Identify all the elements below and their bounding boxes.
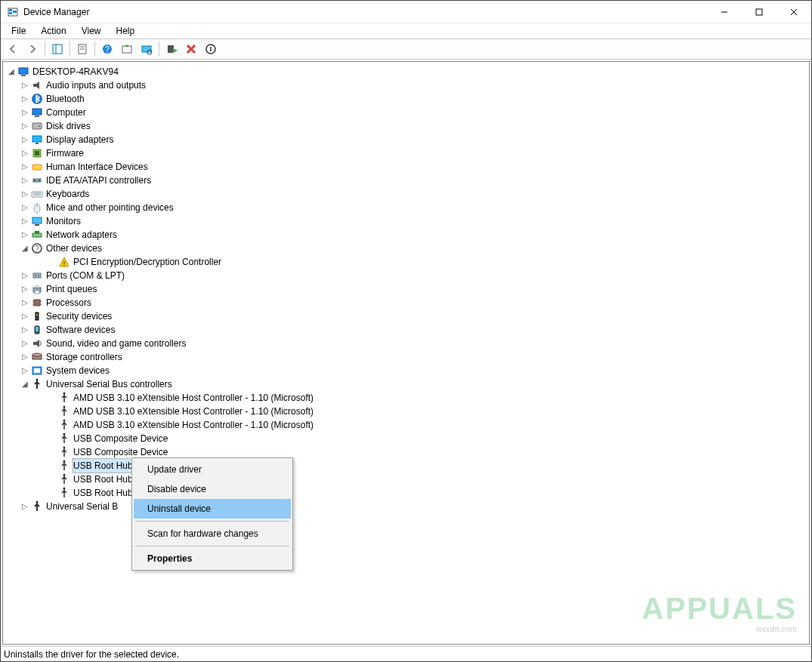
menu-file[interactable]: File: [5, 24, 32, 38]
expand-arrow-icon[interactable]: ▷: [20, 174, 30, 187]
close-button[interactable]: [776, 1, 811, 23]
expand-arrow-icon[interactable]: ▷: [20, 201, 30, 214]
mouse-icon: [30, 202, 44, 214]
tree-item-system-devices[interactable]: ▷System devices: [6, 364, 806, 377]
tree-item-amd-usb-3-10-extensible-host-controller-1-10-microsoft[interactable]: AMD USB 3.10 eXtensible Host Controller …: [6, 418, 806, 432]
tree-item-usb-composite-device[interactable]: USB Composite Device: [6, 445, 806, 459]
menu-action[interactable]: Action: [35, 24, 72, 38]
menu-view[interactable]: View: [76, 24, 107, 38]
tree-item-label: Firmware: [46, 146, 84, 160]
expand-arrow-icon[interactable]: ▷: [20, 214, 30, 228]
tree-item-mice-and-other-pointing-devices[interactable]: ▷Mice and other pointing devices: [6, 201, 806, 214]
expand-arrow-icon[interactable]: ▷: [20, 106, 30, 119]
expand-arrow-icon[interactable]: ▷: [20, 228, 30, 242]
device-tree-pane[interactable]: ◢DESKTOP-4RAKV94▷Audio inputs and output…: [2, 61, 810, 645]
scan-hardware-button[interactable]: [137, 40, 156, 58]
tree-item-label: Keyboards: [46, 187, 89, 201]
show-hide-tree-button[interactable]: [48, 40, 66, 58]
tree-item-label: Network adapters: [46, 228, 117, 242]
expand-arrow-icon[interactable]: ◢: [20, 377, 30, 391]
usbdev-icon: [57, 473, 71, 485]
expand-arrow-icon[interactable]: ▷: [20, 160, 30, 174]
tree-item-keyboards[interactable]: ▷Keyboards: [6, 187, 806, 201]
svg-text:?: ?: [105, 45, 110, 54]
svg-rect-68: [168, 45, 174, 53]
tree-item-ports-com-lpt[interactable]: ▷Ports (COM & LPT): [6, 269, 806, 282]
tree-root[interactable]: ◢DESKTOP-4RAKV94: [6, 65, 806, 79]
bluetooth-icon: [30, 93, 44, 105]
tree-item-ide-ata-atapi-controllers[interactable]: ▷IDE ATA/ATAPI controllers: [6, 174, 806, 187]
expand-arrow-icon[interactable]: ◢: [20, 242, 30, 255]
tree-item-universal-serial-bus-controllers[interactable]: ◢Universal Serial Bus controllers: [6, 377, 806, 391]
svg-rect-64: [122, 46, 131, 53]
warn-icon: [57, 256, 71, 268]
tree-item-computer[interactable]: ▷Computer: [6, 106, 806, 119]
expand-arrow-icon[interactable]: ▷: [20, 119, 30, 133]
ctx-properties[interactable]: Properties: [134, 549, 291, 568]
expand-arrow-icon[interactable]: ▷: [20, 364, 30, 377]
ctx-scan-hardware[interactable]: Scan for hardware changes: [134, 524, 291, 543]
disable-device-button[interactable]: [202, 40, 220, 58]
storage-icon: [30, 351, 44, 363]
expand-arrow-icon[interactable]: ▷: [20, 282, 30, 296]
expand-arrow-icon[interactable]: ▷: [20, 296, 30, 309]
update-driver-button[interactable]: [118, 40, 136, 58]
tree-item-other-devices[interactable]: ◢Other devices: [6, 242, 806, 255]
expand-arrow-icon[interactable]: ▷: [20, 146, 30, 160]
audio-icon: [30, 79, 44, 91]
expand-arrow-icon[interactable]: ◢: [6, 65, 17, 79]
tree-item-human-interface-devices[interactable]: ▷Human Interface Devices: [6, 160, 806, 174]
tree-item-storage-controllers[interactable]: ▷Storage controllers: [6, 350, 806, 364]
tree-item-label: Computer: [46, 106, 86, 119]
tree-item-print-queues[interactable]: ▷Print queues: [6, 282, 806, 296]
ctx-uninstall-device[interactable]: Uninstall device: [134, 499, 291, 519]
tree-item-bluetooth[interactable]: ▷Bluetooth: [6, 92, 806, 106]
tree-item-software-devices[interactable]: ▷Software devices: [6, 323, 806, 337]
forward-button[interactable]: [23, 40, 42, 58]
tree-item-amd-usb-3-10-extensible-host-controller-1-10-microsoft[interactable]: AMD USB 3.10 eXtensible Host Controller …: [6, 405, 806, 418]
expand-arrow-icon[interactable]: ▷: [20, 500, 30, 513]
expand-arrow-icon[interactable]: ▷: [20, 309, 30, 323]
help-button[interactable]: ?: [98, 40, 116, 58]
svg-rect-66: [142, 46, 151, 52]
sound-icon: [30, 337, 44, 349]
minimize-button[interactable]: [707, 1, 742, 23]
tree-item-audio-inputs-and-outputs[interactable]: ▷Audio inputs and outputs: [6, 79, 806, 92]
expand-arrow-icon[interactable]: ▷: [20, 323, 30, 337]
tree-item-usb-root-hub-usb-3-0[interactable]: USB Root Hub: [6, 459, 806, 473]
expand-arrow-icon[interactable]: ▷: [20, 337, 30, 350]
menu-help[interactable]: Help: [110, 24, 141, 38]
tree-item-universal-serial-bus-devices[interactable]: ▷Universal Serial B: [6, 500, 806, 513]
tree-item-firmware[interactable]: ▷Firmware: [6, 146, 806, 160]
expand-arrow-icon[interactable]: ▷: [20, 269, 30, 282]
tree-item-usb-root-hub-usb-3-0[interactable]: USB Root Hub: [6, 473, 806, 486]
tree-item-pci-encryption-decryption-controller[interactable]: PCI Encryption/Decryption Controller: [6, 255, 806, 269]
tree-item-display-adapters[interactable]: ▷Display adapters: [6, 133, 806, 146]
expand-arrow-icon[interactable]: ▷: [20, 350, 30, 364]
tree-item-sound-video-and-game-controllers[interactable]: ▷Sound, video and game controllers: [6, 337, 806, 350]
ctx-update-driver[interactable]: Update driver: [134, 460, 291, 479]
tree-item-network-adapters[interactable]: ▷Network adapters: [6, 228, 806, 242]
tree-item-amd-usb-3-10-extensible-host-controller-1-10-microsoft[interactable]: AMD USB 3.10 eXtensible Host Controller …: [6, 391, 806, 405]
tree-item-label: USB Composite Device: [73, 432, 168, 445]
expand-arrow-icon[interactable]: ▷: [20, 187, 30, 201]
ctx-disable-device[interactable]: Disable device: [134, 479, 291, 499]
expand-arrow-icon[interactable]: ▷: [20, 79, 30, 92]
tree-item-usb-root-hub-usb-3-0[interactable]: USB Root Hub: [6, 486, 806, 500]
statusbar: Uninstalls the driver for the selected d…: [1, 646, 811, 661]
properties-button[interactable]: [73, 40, 91, 58]
svg-rect-54: [756, 9, 762, 15]
tree-item-security-devices[interactable]: ▷Security devices: [6, 309, 806, 323]
expand-arrow-icon[interactable]: ▷: [20, 92, 30, 106]
usb-icon: [30, 500, 44, 513]
back-button[interactable]: [4, 40, 22, 58]
tree-item-label: Human Interface Devices: [46, 160, 148, 174]
tree-item-processors[interactable]: ▷Processors: [6, 296, 806, 309]
uninstall-device-button[interactable]: [182, 40, 200, 58]
enable-device-button[interactable]: [162, 40, 181, 58]
tree-item-monitors[interactable]: ▷Monitors: [6, 214, 806, 228]
expand-arrow-icon[interactable]: ▷: [20, 133, 30, 146]
tree-item-usb-composite-device[interactable]: USB Composite Device: [6, 432, 806, 445]
maximize-button[interactable]: [742, 1, 776, 23]
tree-item-disk-drives[interactable]: ▷Disk drives: [6, 119, 806, 133]
